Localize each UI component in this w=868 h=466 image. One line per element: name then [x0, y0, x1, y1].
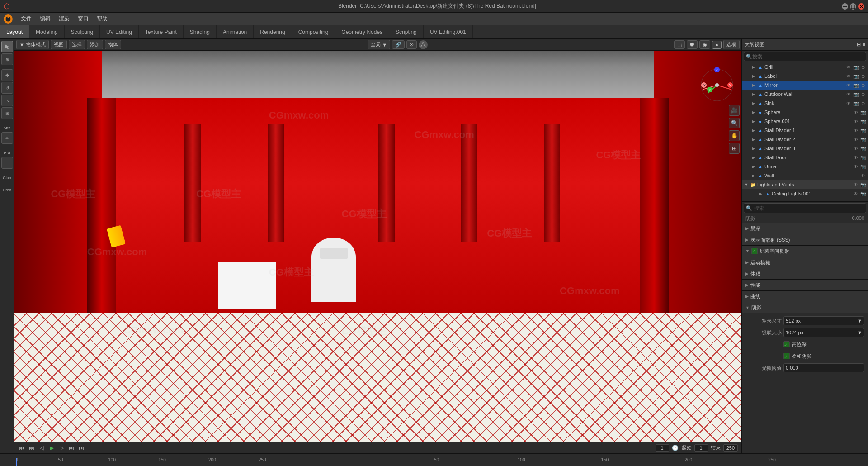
tab-sculpting[interactable]: Sculpting	[65, 25, 100, 38]
tab-scripting[interactable]: Scripting	[389, 25, 424, 38]
current-frame[interactable]: 1	[656, 444, 669, 452]
gizmo-z-axis[interactable]: Z	[714, 67, 720, 72]
gizmo-y-axis[interactable]: Y	[707, 87, 712, 92]
viewport-icon-1[interactable]: 八	[419, 40, 428, 49]
visibility-eye[interactable]: 👁	[853, 181, 859, 188]
viewport-object-menu[interactable]: 物体	[105, 40, 121, 49]
viewport-select-menu[interactable]: 选择	[69, 40, 85, 49]
menu-render[interactable]: 渲染	[55, 14, 73, 24]
cube-size-dropdown[interactable]: 512 px ▼	[783, 316, 864, 325]
high-bit-depth-checkbox[interactable]	[783, 341, 790, 347]
visibility-eye[interactable]: 👁	[845, 82, 852, 88]
timeline-next-frame[interactable]: ▷	[58, 444, 65, 452]
visibility-sel[interactable]: ⊙	[860, 91, 866, 97]
visibility-cam[interactable]: 📷	[860, 145, 866, 152]
gizmo-x-axis[interactable]: X	[727, 82, 733, 88]
tab-animation[interactable]: Animation	[217, 25, 254, 38]
prop-header-ssr[interactable]: ▼ 屏幕空间反射	[742, 246, 868, 257]
tab-compositing[interactable]: Compositing	[292, 25, 335, 38]
minimize-button[interactable]: ─	[842, 3, 848, 10]
tool-rotate[interactable]: ↺	[1, 82, 13, 94]
viewport-snap-toggle[interactable]: 🔗	[392, 40, 405, 49]
visibility-cam[interactable]: 📷	[860, 118, 866, 124]
view-lock-button[interactable]: 🔍	[729, 118, 740, 128]
outliner-item-label[interactable]: ▶ ▲ Label 👁 📷 ⊙	[742, 71, 868, 81]
prop-header-performance[interactable]: ▶ 性能	[742, 280, 868, 290]
outliner-item-sphere-001[interactable]: ▶ ● Sphere.001 👁 📷	[742, 117, 868, 126]
prop-header-motion-blur[interactable]: ▶ 运动模糊	[742, 257, 868, 268]
ssr-checkbox[interactable]	[751, 248, 758, 254]
visibility-eye[interactable]: 👁	[853, 154, 859, 161]
scene-render-area[interactable]: CG模型主 CG模型主 CGmxw.com CG模型主 CGmxw.com CG…	[14, 51, 741, 442]
timeline-next-keyframe[interactable]: ⏭	[68, 444, 75, 452]
visibility-cam[interactable]: 📷	[860, 190, 866, 197]
prop-header-sss[interactable]: ▶ 次表面散射 (SSS)	[742, 234, 868, 245]
viewport-options[interactable]: 选项	[723, 40, 740, 49]
visibility-sel[interactable]: ⊙	[860, 82, 866, 88]
visibility-cam[interactable]: 📷	[860, 127, 866, 133]
tool-annotate[interactable]: ✏	[1, 132, 13, 144]
outliner-item-stall-divider-2[interactable]: ▶ ▲ Stall Divider 2 👁 📷	[742, 135, 868, 144]
tab-rendering[interactable]: Rendering	[254, 25, 292, 38]
outliner-item-sink[interactable]: ▶ ▲ Sink 👁 📷 ⊙	[742, 99, 868, 108]
menu-window[interactable]: 窗口	[74, 14, 92, 24]
viewport-add-menu[interactable]: 添加	[87, 40, 103, 49]
timeline-prev-frame[interactable]: ◁	[38, 444, 45, 452]
visibility-cam[interactable]: 📷	[860, 109, 866, 115]
timeline-prev-keyframe[interactable]: ⏭	[28, 444, 35, 452]
visibility-eye[interactable]: 👁	[853, 118, 859, 124]
visibility-sel[interactable]: ⊙	[860, 73, 866, 79]
outliner-item-stall-divider-1[interactable]: ▶ ▲ Stall Divider 1 👁 📷	[742, 126, 868, 135]
outliner-item-wall[interactable]: ▶ ▲ Wall 👁	[742, 171, 868, 180]
visibility-eye[interactable]: 👁	[845, 100, 852, 106]
viewport-proportional-edit[interactable]: ⊙	[406, 40, 417, 49]
tool-scale[interactable]: ⤡	[1, 95, 13, 106]
outliner-item-mirror[interactable]: ▶ ▲ Mirror 👁 📷 ⊙	[742, 81, 868, 90]
visibility-eye[interactable]: 👁	[853, 190, 859, 197]
prop-header-shadows[interactable]: ▼ 阴影	[742, 302, 868, 313]
visibility-cam[interactable]: 📷	[860, 136, 866, 143]
visibility-cam[interactable]: 📷	[860, 181, 866, 188]
outliner-item-stall-door[interactable]: ▶ ▲ Stall Door 👁 📷	[742, 153, 868, 162]
visibility-eye[interactable]: 👁	[853, 200, 859, 202]
outliner-item-stall-divider-3[interactable]: ▶ ▲ Stall Divider 3 👁 📷	[742, 144, 868, 153]
outliner-item-urinal[interactable]: ▶ ▲ Urinal 👁 📷	[742, 162, 868, 171]
tab-layout[interactable]: Layout	[0, 25, 29, 38]
start-frame[interactable]: 1	[694, 444, 708, 452]
outliner-item-ceiling-lights-007[interactable]: ▶ ▲ Ceiling Lights.007 👁 📷	[742, 198, 868, 202]
visibility-eye[interactable]: 👁	[853, 127, 859, 133]
outliner-item-grill[interactable]: ▶ ▲ Grill 👁 📷 ⊙	[742, 62, 868, 71]
tab-texture-paint[interactable]: Texture Paint	[139, 25, 184, 38]
prop-header-curves[interactable]: ▶ 曲线	[742, 291, 868, 302]
visibility-sel[interactable]: ⊙	[860, 100, 866, 106]
viewport-mode-selector[interactable]: ▼ 物体模式	[16, 40, 49, 49]
prop-header-volume[interactable]: ▶ 体积	[742, 268, 868, 279]
timeline-clock[interactable]: 🕐	[672, 444, 679, 452]
visibility-eye[interactable]: 👁	[853, 136, 859, 143]
visibility-eye[interactable]: 👁	[845, 91, 852, 97]
visibility-cam[interactable]: 📷	[860, 200, 866, 202]
properties-search[interactable]: 🔍 搜索	[744, 203, 866, 213]
visibility-sel[interactable]: ⊙	[860, 64, 866, 70]
cascade-size-dropdown[interactable]: 1024 px ▼	[783, 328, 864, 337]
tool-transform[interactable]: ⊞	[1, 107, 13, 119]
viewport-global-local[interactable]: 全局 ▼	[368, 40, 390, 49]
soft-shadows-checkbox[interactable]	[783, 353, 790, 359]
view-grid-button[interactable]: ⊞	[729, 143, 740, 154]
tab-geometry-nodes[interactable]: Geometry Nodes	[335, 25, 389, 38]
window-controls[interactable]: ─ □ ✕	[842, 3, 864, 10]
close-button[interactable]: ✕	[858, 3, 864, 10]
tab-shading[interactable]: Shading	[184, 25, 217, 38]
menu-file[interactable]: 文件	[17, 14, 35, 24]
visibility-eye[interactable]: 👁	[853, 163, 859, 170]
visibility-cam[interactable]: 📷	[853, 64, 859, 70]
viewport-3d[interactable]: ▼ 物体模式 视图 选择 添加 物体 全局 ▼ 🔗 ⊙ 八 ⬚ ⬟ ◉ ● 选项	[14, 39, 741, 453]
visibility-eye[interactable]: 👁	[860, 172, 866, 179]
viewport-shading-render[interactable]: ●	[712, 41, 722, 49]
timeline-play[interactable]: ▶	[48, 444, 55, 452]
view-hand-button[interactable]: ✋	[729, 130, 740, 141]
visibility-cam[interactable]: 📷	[853, 73, 859, 79]
end-frame[interactable]: 250	[723, 444, 738, 452]
visibility-eye[interactable]: 👁	[845, 64, 852, 70]
menu-help[interactable]: 帮助	[93, 14, 111, 24]
